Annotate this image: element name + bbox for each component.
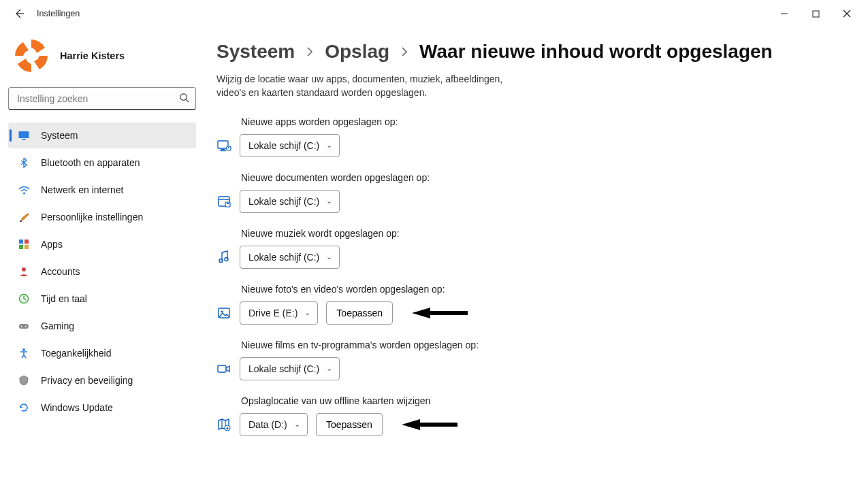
svg-rect-17 bbox=[19, 324, 29, 329]
page-title: Waar nieuwe inhoud wordt opgeslagen bbox=[419, 41, 773, 63]
nav-item-accounts[interactable]: Accounts bbox=[8, 259, 196, 284]
svg-point-33 bbox=[221, 310, 223, 312]
accessibility-icon bbox=[18, 347, 30, 359]
profile[interactable]: Harrie Kisters bbox=[8, 37, 196, 75]
setting-documents: Nieuwe documenten worden opgeslagen op: … bbox=[216, 172, 841, 213]
svg-rect-13 bbox=[19, 245, 23, 249]
titlebar: Instellingen bbox=[0, 0, 868, 27]
wifi-icon bbox=[18, 184, 30, 196]
search-box bbox=[8, 87, 196, 110]
setting-label: Opslaglocatie van uw offline kaarten wij… bbox=[241, 395, 841, 406]
svg-rect-11 bbox=[19, 240, 23, 244]
documents-location-dropdown[interactable]: Lokale schijf (C:) ⌄ bbox=[240, 190, 340, 213]
nav-label: Persoonlijke instellingen bbox=[41, 212, 143, 223]
nav-item-gaming[interactable]: Gaming bbox=[8, 313, 196, 339]
photo-icon bbox=[216, 306, 231, 320]
svg-point-19 bbox=[25, 326, 27, 327]
svg-rect-10 bbox=[20, 220, 22, 222]
profile-name: Harrie Kisters bbox=[60, 50, 125, 61]
breadcrumb-storage[interactable]: Opslag bbox=[325, 41, 389, 63]
close-button[interactable] bbox=[831, 3, 863, 24]
nav-item-accessibility[interactable]: Toegankelijkheid bbox=[8, 340, 196, 366]
breadcrumb-system[interactable]: Systeem bbox=[216, 41, 295, 63]
dropdown-value: Data (D:) bbox=[248, 419, 287, 430]
system-icon bbox=[18, 129, 30, 142]
svg-marker-39 bbox=[402, 419, 420, 430]
nav-item-apps[interactable]: Apps bbox=[8, 231, 196, 257]
setting-label: Nieuwe muziek wordt opgeslagen op: bbox=[241, 228, 841, 239]
photos-location-dropdown[interactable]: Drive E (E:) ⌄ bbox=[240, 301, 318, 325]
nav-label: Accounts bbox=[41, 266, 80, 277]
nav-item-privacy[interactable]: Privacy en beveiliging bbox=[8, 367, 196, 393]
nav-item-system[interactable]: Systeem bbox=[8, 122, 196, 148]
chevron-down-icon: ⌄ bbox=[326, 364, 332, 373]
arrow-annotation-icon bbox=[396, 417, 464, 432]
setting-apps: Nieuwe apps worden opgeslagen op: Lokale… bbox=[216, 116, 841, 157]
sidebar: Harrie Kisters Systeem Bluetooth en appa… bbox=[0, 27, 204, 477]
maximize-button[interactable] bbox=[800, 3, 831, 24]
svg-rect-25 bbox=[228, 147, 229, 148]
maps-location-dropdown[interactable]: Data (D:) ⌄ bbox=[240, 413, 308, 436]
search-input[interactable] bbox=[8, 87, 196, 110]
chevron-right-icon bbox=[400, 44, 408, 60]
nav-item-bluetooth[interactable]: Bluetooth en apparaten bbox=[8, 150, 196, 176]
setting-maps: Opslaglocatie van uw offline kaarten wij… bbox=[216, 395, 841, 436]
clock-icon bbox=[18, 293, 30, 305]
setting-label: Nieuwe foto's en video's worden opgeslag… bbox=[241, 284, 841, 295]
svg-rect-7 bbox=[19, 131, 29, 138]
arrow-annotation-icon bbox=[406, 306, 475, 320]
photos-apply-button[interactable]: Toepassen bbox=[326, 301, 393, 325]
breadcrumb: Systeem Opslag Waar nieuwe inhoud wordt … bbox=[216, 41, 841, 63]
dropdown-value: Lokale schijf (C:) bbox=[248, 140, 319, 151]
svg-point-9 bbox=[23, 192, 25, 194]
nav-label: Gaming bbox=[41, 320, 74, 331]
svg-line-6 bbox=[186, 99, 189, 102]
apps-location-dropdown[interactable]: Lokale schijf (C:) ⌄ bbox=[240, 134, 340, 157]
films-location-dropdown[interactable]: Lokale schijf (C:) ⌄ bbox=[240, 357, 340, 380]
minimize-button[interactable] bbox=[769, 3, 800, 24]
svg-point-18 bbox=[21, 326, 22, 327]
window-title: Instellingen bbox=[37, 9, 80, 18]
nav-label: Tijd en taal bbox=[41, 293, 87, 304]
nav-item-time-language[interactable]: Tijd en taal bbox=[8, 286, 196, 312]
video-icon bbox=[216, 361, 231, 376]
nav-label: Bluetooth en apparaten bbox=[41, 157, 140, 168]
setting-photos: Nieuwe foto's en video's worden opgeslag… bbox=[216, 284, 841, 325]
map-icon bbox=[216, 417, 231, 432]
setting-films: Nieuwe films en tv-programma's worden op… bbox=[216, 340, 841, 380]
music-icon bbox=[216, 250, 231, 265]
back-button[interactable] bbox=[12, 7, 26, 20]
chevron-down-icon: ⌄ bbox=[304, 308, 310, 317]
music-location-dropdown[interactable]: Lokale schijf (C:) ⌄ bbox=[240, 246, 340, 269]
svg-point-20 bbox=[22, 348, 25, 351]
svg-point-5 bbox=[180, 94, 187, 100]
setting-music: Nieuwe muziek wordt opgeslagen op: Lokal… bbox=[216, 228, 841, 269]
dropdown-value: Lokale schijf (C:) bbox=[248, 252, 319, 263]
setting-label: Nieuwe films en tv-programma's worden op… bbox=[241, 340, 841, 350]
nav-label: Windows Update bbox=[41, 402, 113, 413]
setting-label: Nieuwe documenten worden opgeslagen op: bbox=[241, 172, 841, 183]
page-description: Wijzig de locatie waar uw apps, document… bbox=[216, 72, 509, 100]
nav-item-update[interactable]: Windows Update bbox=[8, 395, 196, 421]
bluetooth-icon bbox=[18, 157, 30, 169]
update-icon bbox=[18, 401, 30, 414]
main-content: Systeem Opslag Waar nieuwe inhoud wordt … bbox=[204, 27, 868, 477]
nav-list: Systeem Bluetooth en apparaten Netwerk e… bbox=[8, 122, 196, 421]
nav-label: Apps bbox=[41, 239, 63, 250]
search-icon bbox=[179, 93, 189, 105]
maps-apply-button[interactable]: Toepassen bbox=[316, 413, 383, 436]
svg-rect-29 bbox=[227, 203, 229, 204]
svg-rect-34 bbox=[427, 311, 468, 315]
nav-item-personalization[interactable]: Persoonlijke instellingen bbox=[8, 204, 196, 230]
svg-rect-23 bbox=[220, 150, 226, 151]
svg-point-15 bbox=[22, 267, 26, 272]
nav-item-network[interactable]: Netwerk en internet bbox=[8, 177, 196, 203]
dropdown-value: Lokale schijf (C:) bbox=[248, 196, 319, 207]
chevron-right-icon bbox=[306, 44, 314, 60]
nav-label: Privacy en beveiliging bbox=[41, 375, 133, 386]
chevron-down-icon: ⌄ bbox=[326, 197, 332, 205]
chevron-down-icon: ⌄ bbox=[294, 420, 300, 429]
apps-icon bbox=[18, 238, 30, 250]
svg-rect-8 bbox=[22, 139, 26, 140]
setting-label: Nieuwe apps worden opgeslagen op: bbox=[241, 116, 841, 127]
